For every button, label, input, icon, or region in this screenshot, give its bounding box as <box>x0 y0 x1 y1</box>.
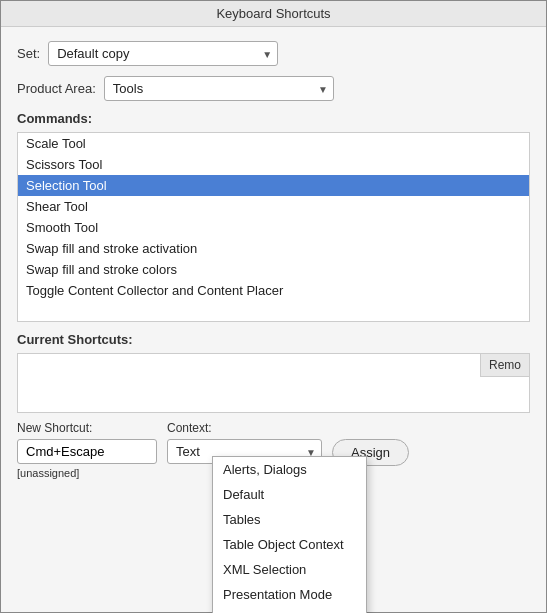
product-area-select[interactable]: Tools <box>104 76 334 101</box>
dropdown-item[interactable]: Table Object Context <box>213 532 366 557</box>
commands-list[interactable]: Scale ToolScissors ToolSelection ToolShe… <box>17 132 530 322</box>
shortcuts-section: Current Shortcuts: Remo <box>17 332 530 413</box>
command-item[interactable]: Selection Tool <box>18 175 529 196</box>
shortcuts-area: Remo <box>17 353 530 413</box>
product-area-row: Product Area: Tools ▼ <box>17 76 530 101</box>
current-shortcuts-label: Current Shortcuts: <box>17 332 530 347</box>
set-select[interactable]: Default copy <box>48 41 278 66</box>
command-item[interactable]: Shear Tool <box>18 196 529 217</box>
command-item[interactable]: Scale Tool <box>18 133 529 154</box>
set-label: Set: <box>17 46 40 61</box>
product-area-select-wrapper: Tools ▼ <box>104 76 334 101</box>
dropdown-item[interactable]: XML Selection <box>213 557 366 582</box>
new-shortcut-label: New Shortcut: <box>17 421 157 435</box>
set-select-wrapper: Default copy ▼ <box>48 41 278 66</box>
context-dropdown: Alerts, DialogsDefaultTablesTable Object… <box>212 456 367 613</box>
title-bar: Keyboard Shortcuts <box>1 1 546 27</box>
remove-button[interactable]: Remo <box>480 354 529 377</box>
title-bar-text: Keyboard Shortcuts <box>216 6 330 21</box>
dropdown-item[interactable]: Presentation Mode <box>213 582 366 607</box>
dropdown-item[interactable]: Tables <box>213 507 366 532</box>
dropdown-item[interactable]: Alerts, Dialogs <box>213 457 366 482</box>
unassigned-text: [unassigned] <box>17 467 157 479</box>
dropdown-item[interactable]: ✓Text <box>213 607 366 613</box>
command-item[interactable]: Swap fill and stroke colors <box>18 259 529 280</box>
dropdown-item[interactable]: Default <box>213 482 366 507</box>
command-item[interactable]: Smooth Tool <box>18 217 529 238</box>
command-item[interactable]: Toggle Content Collector and Content Pla… <box>18 280 529 301</box>
command-item[interactable]: Scissors Tool <box>18 154 529 175</box>
shortcut-input[interactable] <box>17 439 157 464</box>
context-label: Context: <box>167 421 322 435</box>
keyboard-shortcuts-window: Keyboard Shortcuts Set: Default copy ▼ P… <box>0 0 547 613</box>
commands-label: Commands: <box>17 111 530 126</box>
command-item[interactable]: Swap fill and stroke activation <box>18 238 529 259</box>
set-row: Set: Default copy ▼ <box>17 41 530 66</box>
new-shortcut-col: New Shortcut: [unassigned] <box>17 421 157 479</box>
product-area-label: Product Area: <box>17 81 96 96</box>
